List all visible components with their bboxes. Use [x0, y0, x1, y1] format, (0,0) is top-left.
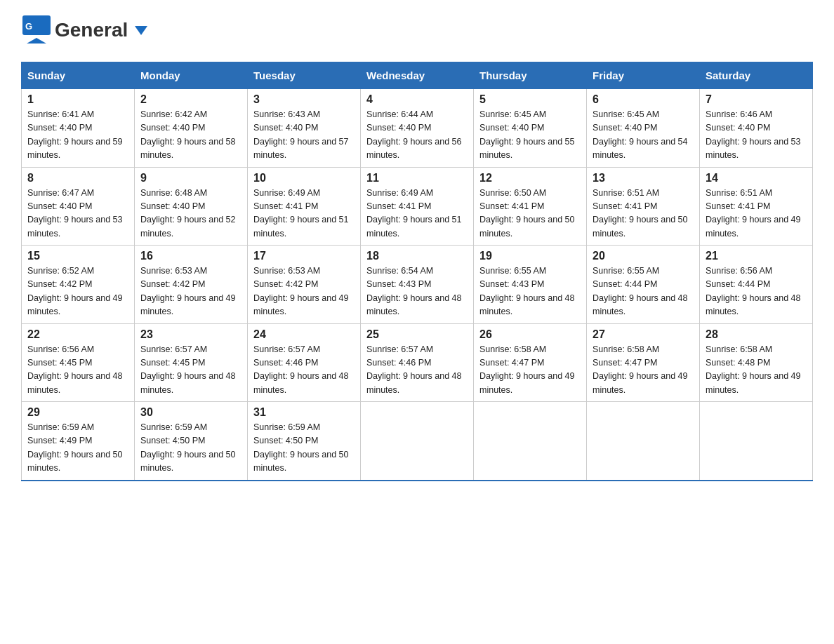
- col-friday: Friday: [587, 62, 700, 89]
- day-info: Sunrise: 6:42 AMSunset: 4:40 PMDaylight:…: [140, 109, 236, 160]
- calendar-cell: 12 Sunrise: 6:50 AMSunset: 4:41 PMDaylig…: [474, 167, 587, 246]
- calendar-cell: [587, 402, 700, 481]
- calendar-week-row: 29 Sunrise: 6:59 AMSunset: 4:49 PMDaylig…: [22, 402, 813, 481]
- day-number: 22: [27, 328, 128, 341]
- col-wednesday: Wednesday: [361, 62, 474, 89]
- day-number: 7: [706, 93, 807, 106]
- day-info: Sunrise: 6:53 AMSunset: 4:42 PMDaylight:…: [140, 266, 236, 316]
- day-number: 30: [140, 406, 241, 419]
- day-number: 28: [706, 328, 807, 341]
- calendar-cell: 11 Sunrise: 6:49 AMSunset: 4:41 PMDaylig…: [361, 167, 474, 246]
- day-info: Sunrise: 6:44 AMSunset: 4:40 PMDaylight:…: [366, 109, 462, 160]
- day-number: 19: [479, 250, 581, 262]
- day-number: 9: [140, 172, 241, 185]
- day-number: 11: [366, 172, 468, 185]
- calendar-cell: 29 Sunrise: 6:59 AMSunset: 4:49 PMDaylig…: [22, 402, 135, 481]
- day-info: Sunrise: 6:48 AMSunset: 4:40 PMDaylight:…: [140, 188, 236, 239]
- day-info: Sunrise: 6:59 AMSunset: 4:50 PMDaylight:…: [140, 422, 236, 473]
- day-info: Sunrise: 6:51 AMSunset: 4:41 PMDaylight:…: [706, 188, 801, 239]
- day-number: 17: [253, 250, 355, 262]
- col-saturday: Saturday: [700, 62, 813, 89]
- calendar-cell: 19 Sunrise: 6:55 AMSunset: 4:43 PMDaylig…: [474, 246, 587, 324]
- calendar-cell: 14 Sunrise: 6:51 AMSunset: 4:41 PMDaylig…: [700, 167, 813, 246]
- day-info: Sunrise: 6:46 AMSunset: 4:40 PMDaylight:…: [706, 109, 801, 160]
- day-info: Sunrise: 6:49 AMSunset: 4:41 PMDaylight:…: [366, 188, 462, 239]
- day-number: 24: [253, 328, 355, 341]
- logo: G General: [21, 14, 147, 48]
- day-info: Sunrise: 6:41 AMSunset: 4:40 PMDaylight:…: [27, 109, 123, 160]
- calendar-cell: 9 Sunrise: 6:48 AMSunset: 4:40 PMDayligh…: [135, 167, 248, 246]
- day-number: 1: [27, 93, 128, 106]
- day-number: 29: [27, 406, 128, 419]
- logo-triangle: [135, 26, 147, 35]
- day-number: 13: [593, 172, 694, 185]
- page-header: G General: [21, 14, 813, 48]
- day-info: Sunrise: 6:56 AMSunset: 4:45 PMDaylight:…: [27, 344, 123, 395]
- calendar-cell: 30 Sunrise: 6:59 AMSunset: 4:50 PMDaylig…: [135, 402, 248, 481]
- day-info: Sunrise: 6:57 AMSunset: 4:45 PMDaylight:…: [140, 344, 236, 395]
- day-number: 2: [140, 93, 241, 106]
- day-number: 15: [27, 250, 128, 262]
- day-number: 25: [366, 328, 468, 341]
- day-number: 5: [479, 93, 581, 106]
- svg-text:G: G: [25, 21, 32, 32]
- col-sunday: Sunday: [22, 62, 135, 89]
- day-info: Sunrise: 6:58 AMSunset: 4:48 PMDaylight:…: [706, 344, 801, 395]
- calendar-cell: 16 Sunrise: 6:53 AMSunset: 4:42 PMDaylig…: [135, 246, 248, 324]
- calendar-cell: 13 Sunrise: 6:51 AMSunset: 4:41 PMDaylig…: [587, 167, 700, 246]
- calendar-cell: [474, 402, 587, 481]
- calendar-header-row: Sunday Monday Tuesday Wednesday Thursday…: [22, 62, 813, 89]
- calendar-cell: 24 Sunrise: 6:57 AMSunset: 4:46 PMDaylig…: [248, 323, 361, 402]
- day-info: Sunrise: 6:54 AMSunset: 4:43 PMDaylight:…: [366, 266, 462, 316]
- calendar-cell: 27 Sunrise: 6:58 AMSunset: 4:47 PMDaylig…: [587, 323, 700, 402]
- calendar-cell: [700, 402, 813, 481]
- calendar-week-row: 15 Sunrise: 6:52 AMSunset: 4:42 PMDaylig…: [22, 246, 813, 324]
- day-number: 23: [140, 328, 241, 341]
- day-info: Sunrise: 6:53 AMSunset: 4:42 PMDaylight:…: [253, 266, 349, 316]
- calendar-cell: 15 Sunrise: 6:52 AMSunset: 4:42 PMDaylig…: [22, 246, 135, 324]
- calendar-week-row: 22 Sunrise: 6:56 AMSunset: 4:45 PMDaylig…: [22, 323, 813, 402]
- calendar-cell: 28 Sunrise: 6:58 AMSunset: 4:48 PMDaylig…: [700, 323, 813, 402]
- calendar-cell: 23 Sunrise: 6:57 AMSunset: 4:45 PMDaylig…: [135, 323, 248, 402]
- day-number: 3: [253, 93, 355, 106]
- day-number: 18: [366, 250, 468, 262]
- calendar-cell: 6 Sunrise: 6:45 AMSunset: 4:40 PMDayligh…: [587, 89, 700, 168]
- calendar-cell: [361, 402, 474, 481]
- calendar-cell: 8 Sunrise: 6:47 AMSunset: 4:40 PMDayligh…: [22, 167, 135, 246]
- day-info: Sunrise: 6:55 AMSunset: 4:44 PMDaylight:…: [593, 266, 688, 316]
- day-number: 21: [706, 250, 807, 262]
- day-number: 26: [479, 328, 581, 341]
- day-number: 31: [253, 406, 355, 419]
- day-info: Sunrise: 6:49 AMSunset: 4:41 PMDaylight:…: [253, 188, 349, 239]
- day-number: 16: [140, 250, 241, 262]
- day-info: Sunrise: 6:58 AMSunset: 4:47 PMDaylight:…: [593, 344, 688, 395]
- day-info: Sunrise: 6:45 AMSunset: 4:40 PMDaylight:…: [479, 109, 575, 160]
- day-number: 27: [593, 328, 694, 341]
- day-number: 10: [253, 172, 355, 185]
- day-number: 20: [593, 250, 694, 262]
- calendar-cell: 7 Sunrise: 6:46 AMSunset: 4:40 PMDayligh…: [700, 89, 813, 168]
- day-info: Sunrise: 6:47 AMSunset: 4:40 PMDaylight:…: [27, 188, 123, 239]
- calendar-cell: 5 Sunrise: 6:45 AMSunset: 4:40 PMDayligh…: [474, 89, 587, 168]
- calendar-cell: 10 Sunrise: 6:49 AMSunset: 4:41 PMDaylig…: [248, 167, 361, 246]
- day-info: Sunrise: 6:55 AMSunset: 4:43 PMDaylight:…: [479, 266, 575, 316]
- calendar-cell: 4 Sunrise: 6:44 AMSunset: 4:40 PMDayligh…: [361, 89, 474, 168]
- calendar-cell: 17 Sunrise: 6:53 AMSunset: 4:42 PMDaylig…: [248, 246, 361, 324]
- calendar-cell: 3 Sunrise: 6:43 AMSunset: 4:40 PMDayligh…: [248, 89, 361, 168]
- day-info: Sunrise: 6:58 AMSunset: 4:47 PMDaylight:…: [479, 344, 575, 395]
- day-info: Sunrise: 6:45 AMSunset: 4:40 PMDaylight:…: [593, 109, 688, 160]
- day-info: Sunrise: 6:57 AMSunset: 4:46 PMDaylight:…: [366, 344, 462, 395]
- calendar-cell: 18 Sunrise: 6:54 AMSunset: 4:43 PMDaylig…: [361, 246, 474, 324]
- col-monday: Monday: [135, 62, 248, 89]
- calendar-body: 1 Sunrise: 6:41 AMSunset: 4:40 PMDayligh…: [22, 89, 813, 481]
- logo-text-general: General: [55, 20, 147, 40]
- day-number: 12: [479, 172, 581, 185]
- calendar-week-row: 1 Sunrise: 6:41 AMSunset: 4:40 PMDayligh…: [22, 89, 813, 168]
- day-number: 8: [27, 172, 128, 185]
- day-number: 14: [706, 172, 807, 185]
- calendar-cell: 20 Sunrise: 6:55 AMSunset: 4:44 PMDaylig…: [587, 246, 700, 324]
- logo-icon: G: [21, 14, 52, 45]
- day-info: Sunrise: 6:57 AMSunset: 4:46 PMDaylight:…: [253, 344, 349, 395]
- day-info: Sunrise: 6:43 AMSunset: 4:40 PMDaylight:…: [253, 109, 349, 160]
- day-number: 6: [593, 93, 694, 106]
